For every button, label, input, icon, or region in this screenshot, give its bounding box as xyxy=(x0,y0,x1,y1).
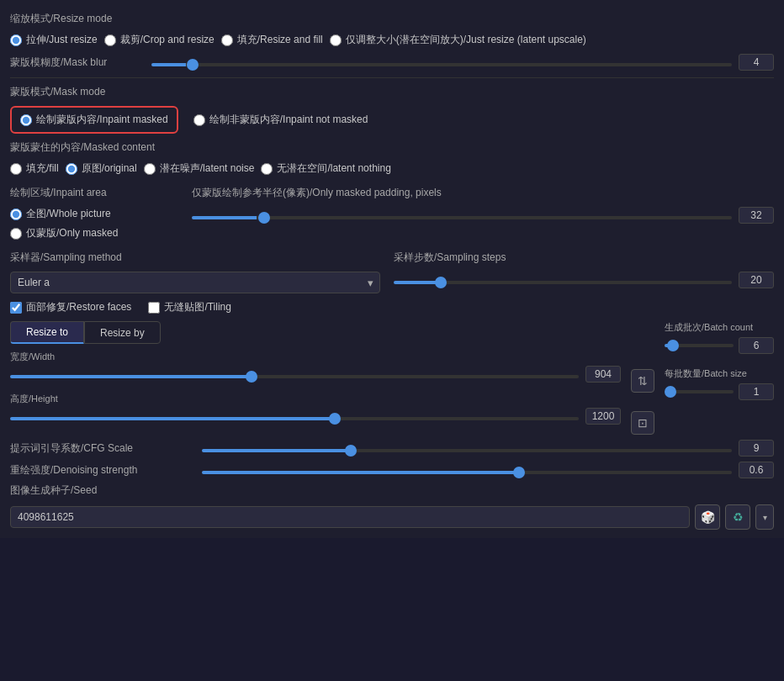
batch-count-label: 生成批次/Batch count xyxy=(665,321,774,334)
masked-content-fill[interactable]: 填充/fill xyxy=(10,161,59,176)
sampling-steps-value: 20 xyxy=(739,272,774,288)
width-slider[interactable] xyxy=(10,375,579,378)
lock-aspect-button[interactable]: ⊡ xyxy=(631,411,654,435)
seed-row: 🎲 ♻ ▾ xyxy=(10,504,774,530)
seed-recycle-button[interactable]: ♻ xyxy=(725,504,750,530)
height-slider-wrapper: 1200 xyxy=(10,408,621,430)
cfg-scale-slider[interactable] xyxy=(202,449,732,452)
inpaint-only-masked[interactable]: 仅蒙版/Only masked xyxy=(10,226,178,240)
height-slider[interactable] xyxy=(10,417,579,420)
mask-blur-value: 4 xyxy=(739,54,774,71)
tiling-label: 无缝贴图/Tiling xyxy=(164,300,231,314)
only-masked-padding-col: 仅蒙版绘制参考半径(像素)/Only masked padding, pixel… xyxy=(192,182,774,229)
mask-blur-slider[interactable] xyxy=(151,63,732,66)
height-value: 1200 xyxy=(585,408,621,425)
tab-resize-to[interactable]: Resize to xyxy=(10,321,84,344)
inpaint-whole-picture[interactable]: 全图/Whole picture xyxy=(10,207,178,221)
seed-label: 图像生成种子/Seed xyxy=(10,483,774,498)
batch-size-label: 每批数量/Batch size xyxy=(665,367,774,380)
masked-content-group: 填充/fill 原图/original 潜在噪声/latent noise 无潜… xyxy=(10,161,774,176)
width-slider-container xyxy=(10,368,579,381)
masked-content-original-label: 原图/original xyxy=(82,161,137,176)
lock-icon: ⊡ xyxy=(638,416,648,430)
restore-faces-checkbox[interactable]: 面部修复/Restore faces xyxy=(10,300,131,314)
inpaint-masked-label: 绘制蒙版内容/Inpaint masked xyxy=(36,113,168,127)
mask-mode-group: 绘制蒙版内容/Inpaint masked 绘制非蒙版内容/Inpaint no… xyxy=(10,106,774,134)
resize-mode-latent-label: 仅调整大小(潜在空间放大)/Just resize (latent upscal… xyxy=(346,33,586,47)
tiling-checkbox[interactable]: 无缝贴图/Tiling xyxy=(148,300,231,314)
resize-mode-fill[interactable]: 填充/Resize and fill xyxy=(221,33,323,47)
restore-faces-label: 面部修复/Restore faces xyxy=(26,300,131,314)
masked-content-label: 蒙版蒙住的内容/Masked content xyxy=(10,140,774,155)
sampling-row: 采样器/Sampling method Euler a Euler LMS He… xyxy=(10,247,774,293)
only-masked-padding-slider[interactable] xyxy=(192,216,732,219)
inpaint-not-masked-option[interactable]: 绘制非蒙版内容/Inpaint not masked xyxy=(193,113,368,127)
sampling-method-col: 采样器/Sampling method Euler a Euler LMS He… xyxy=(10,247,380,293)
mask-blur-row: 蒙版模糊度/Mask blur 4 xyxy=(10,54,774,71)
batch-count-slider-row: 6 xyxy=(665,337,774,354)
sampling-method-label: 采样器/Sampling method xyxy=(10,251,380,265)
masked-content-latent-nothing[interactable]: 无潜在空间/latent nothing xyxy=(261,161,390,176)
seed-dice-button[interactable]: 🎲 xyxy=(695,504,720,530)
only-masked-padding-row: 32 xyxy=(192,207,774,224)
batch-count-slider[interactable] xyxy=(665,344,734,347)
resize-mode-just[interactable]: 拉伸/Just resize xyxy=(10,33,98,47)
resize-mode-crop-label: 裁剪/Crop and resize xyxy=(120,33,215,47)
dice-icon: 🎲 xyxy=(701,510,715,524)
sampling-steps-slider[interactable] xyxy=(394,281,732,284)
inpaint-whole-picture-label: 全图/Whole picture xyxy=(26,207,111,221)
mask-blur-slider-container xyxy=(151,56,732,69)
width-value: 904 xyxy=(585,366,621,383)
seed-input[interactable] xyxy=(10,506,690,528)
check-row: 面部修复/Restore faces 无缝贴图/Tiling xyxy=(10,300,774,314)
masked-content-latent-nothing-label: 无潜在空间/latent nothing xyxy=(277,161,390,176)
denoising-strength-slider-container xyxy=(202,464,732,477)
inpaint-not-masked-label: 绘制非蒙版内容/Inpaint not masked xyxy=(209,113,368,127)
sampling-method-select-wrapper: Euler a Euler LMS Heun DPM2 DPM2 a DPM++… xyxy=(10,272,380,293)
main-container: 缩放模式/Resize mode 拉伸/Just resize 裁剪/Crop … xyxy=(0,0,784,538)
tab-resize-by[interactable]: Resize by xyxy=(84,321,161,344)
batch-size-slider[interactable] xyxy=(665,390,734,393)
inpaint-area-col: 绘制区域/Inpaint area 全图/Whole picture 仅蒙版/O… xyxy=(10,182,178,240)
resize-mode-crop[interactable]: 裁剪/Crop and resize xyxy=(104,33,215,47)
sampling-steps-col: 采样步数/Sampling steps 20 xyxy=(394,247,774,293)
inpaint-area-options: 全图/Whole picture 仅蒙版/Only masked xyxy=(10,207,178,240)
sampling-steps-slider-container xyxy=(394,274,732,287)
height-slider-row: 1200 xyxy=(10,408,621,425)
denoising-strength-value: 0.6 xyxy=(739,462,774,478)
denoising-strength-slider[interactable] xyxy=(202,471,732,474)
batch-size-value: 1 xyxy=(739,383,774,400)
masked-content-original[interactable]: 原图/original xyxy=(66,161,137,176)
wh-buttons: ⇅ xyxy=(631,366,654,393)
masked-content-latent-noise[interactable]: 潜在噪声/latent noise xyxy=(144,161,255,176)
height-row: 1200 ⊡ xyxy=(10,408,654,435)
cfg-scale-value: 9 xyxy=(739,440,774,457)
mask-mode-label: 蒙版模式/Mask mode xyxy=(10,85,774,99)
mask-blur-label: 蒙版模糊度/Mask blur xyxy=(10,55,145,70)
seed-dropdown-button[interactable]: ▾ xyxy=(755,504,774,530)
inpaint-masked-option[interactable]: 绘制蒙版内容/Inpaint masked xyxy=(20,113,168,127)
resize-mode-label: 缩放模式/Resize mode xyxy=(10,12,774,26)
resize-mode-fill-label: 填充/Resize and fill xyxy=(237,33,323,47)
batch-size-slider-row: 1 xyxy=(665,383,774,400)
resize-mode-latent[interactable]: 仅调整大小(潜在空间放大)/Just resize (latent upscal… xyxy=(330,33,586,47)
width-slider-row: 904 xyxy=(10,366,621,383)
main-left: Resize to Resize by 宽度/Width 904 ⇅ xyxy=(10,321,654,435)
width-slider-wrapper: 904 xyxy=(10,366,621,388)
sampling-steps-label: 采样步数/Sampling steps xyxy=(394,251,774,265)
only-masked-padding-value: 32 xyxy=(739,207,774,224)
swap-dimensions-button[interactable]: ⇅ xyxy=(631,369,654,393)
recycle-icon: ♻ xyxy=(733,510,744,524)
denoising-strength-row: 重绘强度/Denoising strength 0.6 xyxy=(10,462,774,478)
cfg-scale-label: 提示词引导系数/CFG Scale xyxy=(10,441,195,456)
main-content: Resize to Resize by 宽度/Width 904 ⇅ xyxy=(10,321,774,435)
only-masked-padding-label: 仅蒙版绘制参考半径(像素)/Only masked padding, pixel… xyxy=(192,186,774,200)
seed-dropdown-icon: ▾ xyxy=(763,513,767,522)
resize-tabs: Resize to Resize by xyxy=(10,321,654,344)
height-slider-container xyxy=(10,410,579,423)
masked-content-latent-noise-label: 潜在噪声/latent noise xyxy=(160,161,255,176)
sampling-method-select[interactable]: Euler a Euler LMS Heun DPM2 DPM2 a DPM++… xyxy=(10,272,380,293)
only-masked-padding-slider-container xyxy=(192,209,732,222)
swap-icon: ⇅ xyxy=(638,374,648,388)
denoising-strength-label: 重绘强度/Denoising strength xyxy=(10,463,195,478)
